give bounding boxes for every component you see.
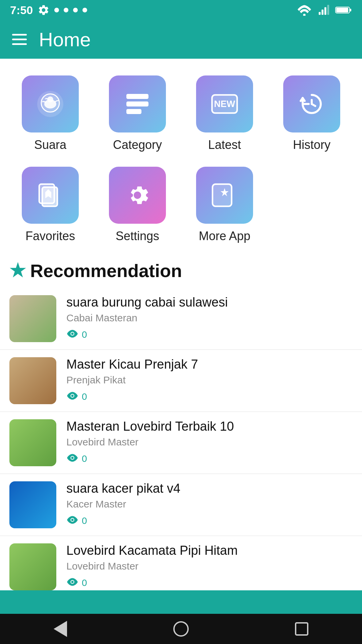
recommendation-section: ★ Recommendation bbox=[0, 255, 362, 288]
menu-grid: Suara Category NEW Latest bbox=[0, 59, 362, 255]
view-count: 0 bbox=[82, 453, 87, 464]
list-info: Lovebird Kacamata Pipi Hitam Lovebird Ma… bbox=[66, 543, 353, 589]
view-count: 0 bbox=[82, 391, 87, 402]
menu-item-category[interactable]: Category bbox=[94, 69, 181, 160]
list-subtitle: Kacer Master bbox=[66, 498, 353, 510]
suara-icon-bg bbox=[22, 75, 79, 132]
wifi-icon bbox=[297, 4, 312, 16]
music-icon bbox=[35, 89, 65, 119]
menu-item-settings[interactable]: Settings bbox=[94, 160, 181, 251]
back-button[interactable] bbox=[50, 619, 70, 639]
category-icon bbox=[122, 89, 153, 119]
history-icon-bg bbox=[283, 75, 340, 132]
list-item[interactable]: Masteran Lovebird Terbaik 10 Lovebird Ma… bbox=[0, 412, 362, 474]
svg-point-28 bbox=[71, 457, 73, 459]
menu-label-latest: Latest bbox=[208, 138, 241, 152]
bottom-bar bbox=[0, 590, 362, 614]
history-icon bbox=[297, 89, 327, 119]
view-count: 0 bbox=[82, 329, 87, 340]
status-dot-4 bbox=[82, 8, 87, 12]
menu-item-latest[interactable]: NEW Latest bbox=[181, 69, 268, 160]
svg-rect-7 bbox=[336, 8, 348, 12]
list-info: Master Kicau Prenjak 7 Prenjak Pikat 0 bbox=[66, 357, 353, 403]
svg-rect-21 bbox=[213, 184, 232, 206]
list-title: Masteran Lovebird Terbaik 10 bbox=[66, 419, 353, 434]
menu-item-moreapp[interactable]: More App bbox=[181, 160, 268, 251]
list-thumbnail bbox=[9, 543, 56, 590]
menu-label-settings: Settings bbox=[116, 229, 159, 243]
svg-rect-1 bbox=[319, 12, 321, 15]
svg-point-0 bbox=[303, 14, 305, 16]
eye-icon bbox=[66, 390, 78, 403]
menu-item-suara[interactable]: Suara bbox=[7, 69, 94, 160]
svg-point-26 bbox=[71, 394, 73, 397]
status-time: 7:50 bbox=[10, 4, 33, 17]
status-right bbox=[297, 4, 352, 16]
list-subtitle: Lovebird Master bbox=[66, 560, 353, 572]
menu-label-history: History bbox=[293, 138, 330, 152]
menu-label-favorites: Favorites bbox=[25, 229, 75, 243]
category-icon-bg bbox=[109, 75, 166, 132]
list-views: 0 bbox=[66, 452, 353, 465]
list-thumbnail bbox=[9, 295, 56, 342]
eye-icon bbox=[66, 452, 78, 465]
list-subtitle: Prenjak Pikat bbox=[66, 374, 353, 386]
status-dot-2 bbox=[64, 8, 68, 12]
recommendation-title: ★ Recommendation bbox=[9, 260, 353, 281]
svg-point-30 bbox=[71, 519, 73, 521]
menu-label-moreapp: More App bbox=[199, 229, 250, 243]
settings-icon bbox=[122, 180, 153, 210]
new-icon: NEW bbox=[209, 89, 240, 119]
latest-icon-bg: NEW bbox=[196, 75, 253, 132]
svg-text:NEW: NEW bbox=[214, 99, 236, 109]
list-info: suara kacer pikat v4 Kacer Master 0 bbox=[66, 481, 353, 527]
list-title: suara burung cabai sulawesi bbox=[66, 295, 353, 310]
home-button[interactable] bbox=[171, 619, 191, 639]
list-thumbnail bbox=[9, 357, 56, 404]
menu-item-history[interactable]: History bbox=[268, 69, 355, 160]
list-title: Lovebird Kacamata Pipi Hitam bbox=[66, 543, 353, 558]
list-views: 0 bbox=[66, 577, 353, 589]
svg-rect-6 bbox=[350, 9, 351, 11]
gear-icon bbox=[38, 4, 50, 16]
svg-rect-12 bbox=[126, 94, 148, 99]
list-title: Master Kicau Prenjak 7 bbox=[66, 357, 353, 372]
list-views: 0 bbox=[66, 515, 353, 527]
list-subtitle: Lovebird Master bbox=[66, 436, 353, 448]
battery-icon bbox=[335, 5, 352, 15]
app-header: Home bbox=[0, 20, 362, 59]
svg-rect-2 bbox=[321, 10, 323, 15]
list-item[interactable]: suara burung cabai sulawesi Cabai Master… bbox=[0, 288, 362, 350]
hamburger-menu[interactable] bbox=[12, 34, 27, 45]
star-icon: ★ bbox=[9, 260, 25, 281]
settings-icon-bg bbox=[109, 167, 166, 224]
svg-rect-13 bbox=[126, 102, 148, 107]
eye-icon bbox=[66, 577, 78, 589]
svg-rect-4 bbox=[327, 5, 329, 15]
moreapp-icon-bg bbox=[196, 167, 253, 224]
menu-label-category: Category bbox=[113, 138, 162, 152]
list-info: Masteran Lovebird Terbaik 10 Lovebird Ma… bbox=[66, 419, 353, 465]
list-subtitle: Cabai Masteran bbox=[66, 312, 353, 324]
signal-icon bbox=[317, 4, 330, 16]
system-nav bbox=[0, 614, 362, 644]
svg-rect-14 bbox=[126, 109, 141, 114]
list-thumbnail bbox=[9, 481, 56, 528]
favorites-icon bbox=[35, 180, 65, 210]
svg-point-32 bbox=[71, 581, 73, 583]
status-left: 7:50 bbox=[10, 4, 87, 17]
list-item[interactable]: Lovebird Kacamata Pipi Hitam Lovebird Ma… bbox=[0, 536, 362, 598]
view-count: 0 bbox=[82, 578, 87, 588]
list-item[interactable]: Master Kicau Prenjak 7 Prenjak Pikat 0 bbox=[0, 350, 362, 412]
view-count: 0 bbox=[82, 516, 87, 526]
recents-button[interactable] bbox=[292, 619, 312, 639]
recommendation-list: suara burung cabai sulawesi Cabai Master… bbox=[0, 288, 362, 598]
list-title: suara kacer pikat v4 bbox=[66, 481, 353, 496]
list-info: suara burung cabai sulawesi Cabai Master… bbox=[66, 295, 353, 341]
list-thumbnail bbox=[9, 419, 56, 466]
list-item[interactable]: suara kacer pikat v4 Kacer Master 0 bbox=[0, 474, 362, 536]
svg-line-18 bbox=[312, 104, 315, 106]
status-dot-3 bbox=[73, 8, 78, 12]
status-dot-1 bbox=[54, 8, 59, 12]
menu-item-favorites[interactable]: Favorites bbox=[7, 160, 94, 251]
